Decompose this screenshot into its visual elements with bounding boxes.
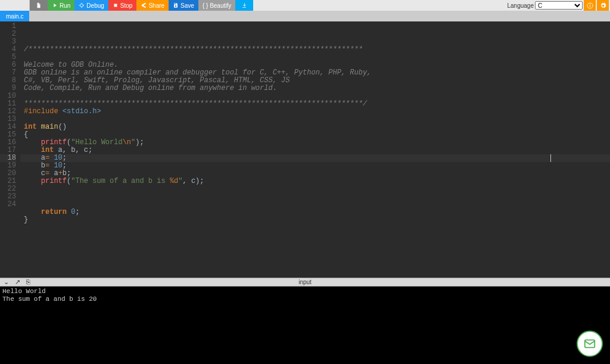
stop-icon xyxy=(113,2,119,8)
stop-button[interactable]: Stop xyxy=(108,0,137,11)
beautify-label: { } Beautify xyxy=(203,2,231,9)
save-label: Save xyxy=(180,2,194,9)
svg-rect-1 xyxy=(114,4,117,7)
share-button[interactable]: Share xyxy=(136,0,169,11)
mail-icon xyxy=(583,337,596,350)
console-splitter[interactable]: ⌄ ↗ ⎘ input xyxy=(0,278,610,287)
file-icon xyxy=(36,2,42,8)
play-icon xyxy=(52,2,58,8)
download-icon xyxy=(241,2,247,8)
console-output[interactable]: Hello World The sum of a and b is 20 xyxy=(0,287,610,364)
share-icon xyxy=(141,2,147,8)
debug-button[interactable]: Debug xyxy=(74,0,108,11)
stop-label: Stop xyxy=(120,2,133,9)
svg-point-0 xyxy=(80,4,83,7)
gear-icon xyxy=(600,2,606,9)
debug-icon xyxy=(79,2,85,8)
expand-icon[interactable]: ↗ xyxy=(15,278,20,286)
tab-label: main.c xyxy=(6,13,23,20)
tab-main-c[interactable]: main.c xyxy=(0,11,29,21)
save-icon xyxy=(173,2,179,8)
language-select[interactable]: C xyxy=(535,1,583,10)
chat-button[interactable] xyxy=(577,331,603,357)
run-label: Run xyxy=(60,2,70,9)
code-area[interactable]: /***************************************… xyxy=(20,21,610,278)
line-gutter: 123456789101112131415161718192021222324 xyxy=(0,21,20,278)
copy-icon[interactable]: ⎘ xyxy=(26,278,30,286)
language-area: Language C xyxy=(506,0,611,11)
editor-tabs: main.c xyxy=(0,11,610,21)
info-icon xyxy=(587,2,593,9)
code-editor[interactable]: 123456789101112131415161718192021222324 … xyxy=(0,21,610,278)
language-label: Language xyxy=(508,2,534,9)
run-button[interactable]: Run xyxy=(48,0,74,11)
settings-button[interactable] xyxy=(597,0,609,11)
save-button[interactable]: Save xyxy=(169,0,198,11)
toolbar-blank xyxy=(0,0,30,11)
download-button[interactable] xyxy=(235,0,253,11)
share-label: Share xyxy=(148,2,164,9)
info-button[interactable] xyxy=(584,0,596,11)
splitter-controls: ⌄ ↗ ⎘ xyxy=(0,278,30,286)
console-label: input xyxy=(298,279,312,285)
collapse-down-icon[interactable]: ⌄ xyxy=(4,278,9,286)
toolbar: Run Debug Stop Share Save { } Beautify L… xyxy=(0,0,610,11)
debug-label: Debug xyxy=(86,2,104,9)
new-file-button[interactable] xyxy=(30,0,48,11)
beautify-button[interactable]: { } Beautify xyxy=(198,0,235,11)
